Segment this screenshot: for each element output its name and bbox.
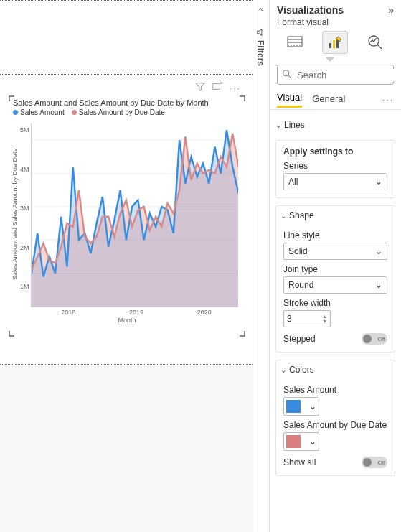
announce-icon[interactable] [256,27,266,39]
showall-toggle[interactable]: Off [362,457,387,468]
series-select-value: All [288,177,298,187]
chevron-down-icon: ⌄ [375,246,382,256]
showall-label: Show all [283,457,316,467]
x-tick: 2020 [197,309,212,316]
tab-visual[interactable]: Visual [277,92,302,108]
expand-chevrons-icon[interactable]: » [388,4,394,16]
stroke-width-label: Stroke width [283,298,387,308]
plot-area[interactable] [31,123,238,307]
stroke-width-value: 3 [287,314,292,324]
svg-line-14 [377,45,382,49]
svg-line-16 [288,75,291,78]
resize-handle-tl[interactable] [9,95,14,101]
panel-title: Visualizations [277,4,344,16]
showall-toggle-state: Off [377,459,385,466]
section-lines-header[interactable]: ⌄ Lines [275,116,395,134]
line-chart-visual[interactable]: Sales Amount and Sales Amount by Due Dat… [10,97,244,335]
color1-swatch [286,400,301,413]
legend-dot-blue [13,110,18,115]
chevron-down-icon: ⌄ [275,121,281,129]
chevron-down-icon: ⌄ [375,280,382,290]
chart-legend: Sales Amount Sales Amount by Due Date [10,107,244,121]
legend-label-1: Sales Amount [20,108,65,116]
color1-label: Sales Amount [283,385,387,395]
svg-rect-0 [213,84,220,90]
section-shape-header[interactable]: ⌄ Shape [276,206,395,225]
y-tick: 5M [20,126,29,134]
svg-point-15 [283,70,289,76]
more-options-icon[interactable]: ··· [230,83,241,93]
stroke-width-input[interactable]: 3 ▲▼ [283,310,331,327]
active-pane-caret [326,57,334,62]
join-type-select[interactable]: Round ⌄ [283,276,387,294]
resize-handle-br[interactable] [240,331,245,337]
section-lines-label: Lines [284,120,305,130]
svg-rect-11 [333,40,335,48]
visual-toolbar: ··· [195,82,241,94]
build-visual-icon[interactable] [283,32,307,53]
x-tick: 2018 [61,309,75,316]
y-tick: 2M [20,244,29,251]
join-type-value: Round [288,280,313,290]
analytics-icon[interactable] [363,32,387,53]
legend-dot-red [72,110,77,115]
pane-collapse-bar[interactable]: « Filters [253,0,270,532]
divider [270,109,401,110]
format-search-box[interactable] [277,65,394,85]
panel-subtitle: Format visual [270,17,401,32]
line-style-label: Line style [283,230,387,241]
tab-more-icon[interactable]: ··· [382,95,394,105]
resize-handle-tr[interactable] [240,95,245,101]
line-style-value: Solid [288,246,308,256]
x-tick: 2019 [129,309,143,316]
canvas-section-1 [0,0,253,75]
legend-item-1[interactable]: Sales Amount [13,108,65,116]
search-icon [282,69,291,80]
x-axis-title: Month [10,317,244,324]
series-label: Series [283,161,387,171]
card-colors: ⌄ Colors Sales Amount ⌄ Sales Amount by … [275,360,395,476]
color2-swatch [286,435,301,448]
visualizations-panel: Visualizations » Format visual Visual Ge… [270,0,401,532]
legend-label-2: Sales Amount by Due Date [79,108,165,116]
legend-item-2[interactable]: Sales Amount by Due Date [72,108,165,116]
y-tick: 3M [20,205,29,212]
card-shape: ⌄ Shape Line style Solid ⌄ Join type Rou… [275,205,395,353]
series-select[interactable]: All ⌄ [283,173,387,190]
chevron-down-icon: ⌄ [280,212,286,220]
stepped-toggle-state: Off [377,336,385,342]
svg-rect-10 [329,43,331,48]
chevron-down-icon: ⌄ [309,437,316,447]
chevron-down-icon: ⌄ [280,366,286,374]
tab-general[interactable]: General [312,93,345,107]
section-colors-label: Colors [289,365,314,375]
resize-handle-bl[interactable] [9,331,14,337]
card-apply-settings: Apply settings to Series All ⌄ [275,140,395,198]
filter-icon[interactable] [195,82,205,94]
x-axis-labels: 2018 2019 2020 [34,309,238,316]
focus-mode-icon[interactable] [212,82,222,94]
collapse-chevrons-icon[interactable]: « [253,0,269,14]
chart-title: Sales Amount and Sales Amount by Due Dat… [10,97,244,107]
join-type-label: Join type [283,264,387,274]
chevron-down-icon: ⌄ [375,177,382,187]
section-colors-header[interactable]: ⌄ Colors [276,360,395,379]
apply-settings-title: Apply settings to [283,146,387,157]
stepper-icon[interactable]: ▲▼ [322,314,327,324]
section-shape-label: Shape [289,210,314,220]
y-axis-labels: 5M 4M 3M 2M 1M [20,121,31,296]
format-search-input[interactable] [296,69,401,81]
y-tick: 4M [20,166,29,173]
line-style-select[interactable]: Solid ⌄ [283,243,387,260]
color2-picker[interactable]: ⌄ [283,432,319,451]
stepped-toggle[interactable]: Off [362,333,387,345]
y-axis-title: Sales Amount and Sales Amount by Due Dat… [10,121,20,307]
report-canvas[interactable]: ··· Sales Amount and Sales Amount by Due… [0,0,253,532]
filters-pane-tab[interactable]: Filters [255,40,265,66]
color2-label: Sales Amount by Due Date [283,420,387,430]
chevron-down-icon: ⌄ [309,401,316,411]
format-visual-icon[interactable] [323,32,347,53]
y-tick: 1M [20,283,29,290]
color1-picker[interactable]: ⌄ [283,397,319,416]
stepped-label: Stepped [283,334,316,344]
